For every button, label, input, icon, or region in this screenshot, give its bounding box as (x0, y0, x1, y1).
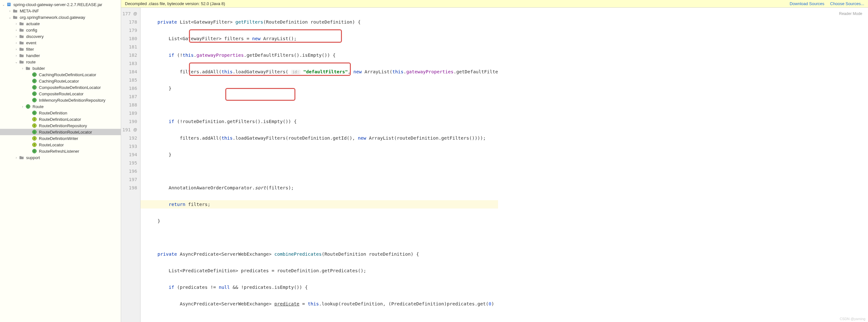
gutter-line: 179 (122, 26, 137, 34)
code-editor[interactable]: 177@178179180181182183184185186187188189… (121, 8, 868, 322)
gutter-line: 192 (122, 134, 137, 142)
class-icon: C (32, 79, 37, 84)
gutter-line: 177@ (122, 9, 137, 18)
interface-icon: I (32, 142, 37, 147)
tree-label: Route (32, 104, 44, 109)
gutter-line: 196 (122, 167, 137, 175)
code-line[interactable]: AnnotationAwareOrderComparator.sort(filt… (146, 184, 498, 192)
tree-class[interactable]: CRouteDefinition (0, 110, 121, 116)
gutter-line: 184 (122, 67, 137, 76)
tree-folder-builder[interactable]: ›builder (0, 65, 121, 71)
tree-class[interactable]: CCachingRouteDefinitionLocator (0, 71, 121, 78)
chevron-right-icon: › (14, 156, 19, 159)
code-line[interactable]: if (predicates != null && !predicates.is… (146, 283, 498, 291)
code-body[interactable]: private List<GatewayFilter> getFilters(R… (141, 8, 498, 322)
tree-folder-filter[interactable]: ›filter (0, 46, 121, 52)
gutter-line: 187 (122, 92, 137, 101)
tree-label: RouteDefinitionRepository (39, 123, 87, 128)
tree-class[interactable]: CCachingRouteLocator (0, 78, 121, 84)
code-line[interactable]: return filters; (141, 200, 498, 208)
folder-icon (19, 21, 24, 26)
code-line[interactable] (146, 101, 498, 109)
tree-folder-handler[interactable]: ›handler (0, 52, 121, 59)
banner-text: Decompiled .class file, bytecode version… (125, 1, 225, 6)
code-line[interactable] (146, 167, 498, 175)
tree-class[interactable]: CCompositeRouteLocator (0, 91, 121, 97)
tree-label: RouteDefinitionLocator (39, 117, 81, 122)
tree-class[interactable]: CInMemoryRouteDefinitionRepository (0, 97, 121, 103)
tree-label: CachingRouteLocator (39, 79, 79, 84)
gutter-line: 178 (122, 18, 137, 26)
tree-label: org.springframework.cloud.gateway (20, 15, 85, 20)
gutter-line: 191@ (122, 126, 137, 134)
tree-class[interactable]: CCompositeRouteDefinitionLocator (0, 84, 121, 91)
tree-folder-meta-inf[interactable]: › META-INF (0, 8, 121, 14)
project-tree[interactable]: ⌄ spring-cloud-gateway-server-2.2.7.RELE… (0, 0, 121, 322)
tree-label: META-INF (20, 9, 39, 13)
tree-interface[interactable]: IRouteLocator (0, 142, 121, 148)
gutter-line: 189 (122, 109, 137, 117)
code-line[interactable]: } (146, 84, 498, 92)
tree-folder-config[interactable]: ›config (0, 27, 121, 33)
tree-class[interactable]: ›CRoute (0, 103, 121, 110)
class-icon: C (32, 110, 37, 115)
chevron-right-icon: › (14, 22, 19, 26)
tree-label: CompositeRouteLocator (39, 91, 84, 96)
tree-class[interactable]: CRouteRefreshListener (0, 148, 121, 154)
gutter-line: 188 (122, 101, 137, 109)
tree-folder-actuate[interactable]: ›actuate (0, 21, 121, 27)
folder-icon (19, 155, 24, 160)
code-line[interactable]: List<PredicateDefinition> predicates = r… (146, 266, 498, 275)
gutter-line: 180 (122, 34, 137, 43)
choose-sources-link[interactable]: Choose Sources... (830, 1, 864, 6)
code-line[interactable] (146, 233, 498, 242)
tree-folder-route[interactable]: ⌄route (0, 59, 121, 65)
class-icon: C (32, 129, 37, 135)
tree-interface[interactable]: IRouteDefinitionWriter (0, 135, 121, 142)
code-line[interactable] (146, 316, 498, 322)
download-sources-link[interactable]: Download Sources (789, 1, 824, 6)
code-line[interactable]: } (146, 150, 498, 159)
class-icon: C (26, 104, 31, 109)
code-line[interactable]: private AsyncPredicate<ServerWebExchange… (146, 250, 498, 258)
code-line[interactable]: AsyncPredicate<ServerWebExchange> predic… (146, 300, 498, 308)
code-line[interactable]: if (!this.gatewayProperties.getDefaultFi… (146, 51, 498, 59)
chevron-right-icon: › (14, 28, 19, 32)
chevron-right-icon: › (14, 48, 19, 51)
tree-folder-pkg[interactable]: ⌄ org.springframework.cloud.gateway (0, 14, 121, 21)
folder-icon (19, 47, 24, 52)
tree-class-selected[interactable]: CRouteDefinitionRouteLocator (0, 129, 121, 135)
class-icon: C (32, 85, 37, 90)
tree-folder-support[interactable]: ›support (0, 154, 121, 161)
tree-label: support (26, 155, 40, 160)
code-line[interactable]: filters.addAll(this.loadGatewayFilters( … (146, 67, 498, 76)
tree-root-jar[interactable]: ⌄ spring-cloud-gateway-server-2.2.7.RELE… (0, 1, 121, 8)
class-icon: C (32, 149, 37, 154)
editor-pane: Decompiled .class file, bytecode version… (121, 0, 868, 322)
tree-interface[interactable]: IRouteDefinitionLocator (0, 116, 121, 122)
code-line[interactable]: if (!routeDefinition.getFilters().isEmpt… (146, 117, 498, 126)
gutter-line: 198 (122, 184, 137, 192)
code-line[interactable]: private List<GatewayFilter> getFilters(R… (146, 18, 498, 26)
code-line[interactable]: } (146, 217, 498, 225)
code-line[interactable]: List<GatewayFilter> filters = new ArrayL… (146, 34, 498, 43)
gutter-line: 190 (122, 117, 137, 126)
tree-interface[interactable]: IRouteDefinitionRepository (0, 122, 121, 129)
svg-rect-2 (8, 4, 10, 5)
tree-folder-discovery[interactable]: ›discovery (0, 33, 121, 39)
line-gutter: 177@178179180181182183184185186187188189… (121, 8, 141, 322)
svg-rect-1 (8, 3, 10, 4)
tree-label: actuate (26, 21, 40, 26)
chevron-right-icon: › (14, 41, 19, 45)
interface-icon: I (32, 117, 37, 122)
code-line[interactable]: filters.addAll(this.loadGatewayFilters(r… (146, 134, 498, 142)
tree-label: route (26, 60, 36, 64)
gutter-line: 182 (122, 51, 137, 59)
tree-folder-event[interactable]: ›event (0, 39, 121, 46)
class-icon: C (32, 72, 37, 77)
gutter-line: 197 (122, 175, 137, 184)
chevron-right-icon: › (21, 105, 25, 108)
folder-icon (19, 53, 24, 58)
tree-label: RouteDefinitionWriter (39, 136, 78, 141)
tree-label: CachingRouteDefinitionLocator (39, 72, 96, 77)
